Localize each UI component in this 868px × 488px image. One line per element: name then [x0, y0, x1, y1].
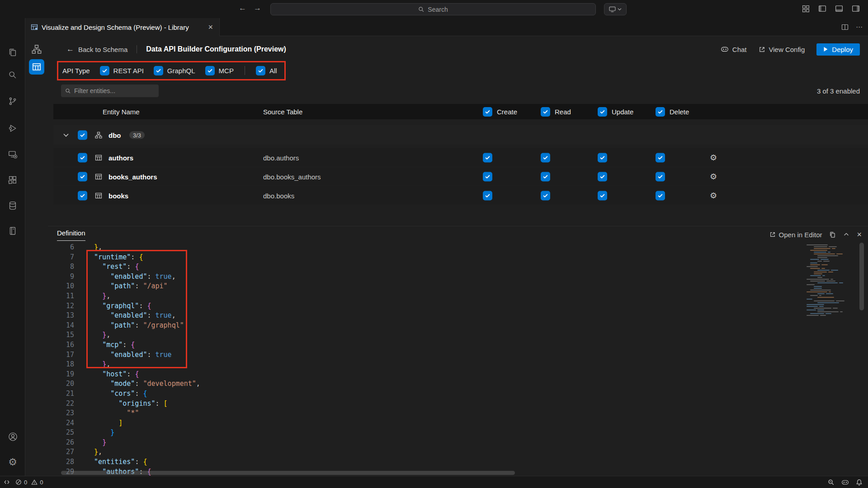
remote-indicator-icon[interactable] [4, 479, 10, 485]
crud-checkbox[interactable] [483, 191, 492, 200]
table-row[interactable]: booksdbo.books⚙ [53, 186, 868, 205]
extensions-icon[interactable] [6, 174, 19, 186]
settings-gear-icon[interactable]: ⚙ [6, 456, 19, 469]
code-line[interactable]: "enabled": true, [86, 311, 200, 321]
code-line[interactable]: } [86, 438, 200, 448]
customize-layout-icon[interactable] [801, 4, 811, 14]
nav-back-icon[interactable]: ← [239, 4, 246, 13]
close-panel-icon[interactable]: × [857, 230, 862, 239]
schema-visualizer-icon[interactable] [30, 42, 43, 56]
crud-checkbox[interactable] [656, 172, 665, 181]
code-line[interactable]: "rest": { [86, 262, 200, 272]
source-control-icon[interactable] [6, 95, 19, 108]
code-line[interactable]: "enabled": true [86, 350, 200, 360]
row-select-checkbox[interactable] [78, 153, 87, 162]
copy-icon[interactable] [829, 231, 836, 238]
api-option-mcp[interactable]: MCP [205, 66, 234, 75]
code-line[interactable]: }, [86, 330, 200, 340]
tab-close-icon[interactable]: × [207, 23, 214, 31]
copilot-status-icon[interactable] [841, 479, 849, 486]
crud-checkbox[interactable] [541, 153, 550, 162]
code-line[interactable]: "path": "/api" [86, 282, 200, 291]
toggle-sidebar-right-icon[interactable] [851, 4, 861, 14]
row-select-checkbox[interactable] [78, 172, 87, 181]
api-option-graphql[interactable]: GraphQL [154, 66, 195, 75]
crud-checkbox[interactable] [483, 172, 492, 181]
explorer-icon[interactable] [6, 47, 19, 59]
back-to-schema-link[interactable]: ← Back to Schema [66, 45, 127, 54]
code-line[interactable]: }, [86, 291, 200, 301]
vertical-scrollbar[interactable] [859, 243, 864, 310]
search-sidebar-icon[interactable] [6, 69, 19, 81]
code-line[interactable]: ] [86, 418, 200, 428]
horizontal-scrollbar[interactable] [61, 471, 515, 475]
library-icon[interactable] [6, 225, 19, 237]
code-line[interactable]: "graphql": { [86, 301, 200, 311]
chevron-expand-icon[interactable] [63, 133, 69, 137]
deploy-button[interactable]: Deploy [816, 43, 860, 56]
crud-checkbox[interactable] [541, 191, 550, 200]
code-line[interactable]: "runtime": { [86, 253, 200, 263]
search-bar[interactable]: Search [270, 3, 596, 15]
code-line[interactable]: }, [86, 243, 200, 253]
view-config-button[interactable]: View Config [759, 46, 805, 53]
code-line[interactable]: "path": "/graphql" [86, 321, 200, 331]
checkbox-all[interactable] [256, 66, 265, 75]
remote-window-button[interactable] [604, 3, 627, 15]
select-all-delete[interactable] [656, 107, 665, 117]
collapse-panel-icon[interactable] [843, 231, 849, 238]
schema-group-row[interactable]: dbo 3/3 [53, 125, 868, 145]
editor-code[interactable]: }, "runtime": { "rest": { "enabled": tru… [86, 243, 200, 477]
toggle-sidebar-left-icon[interactable] [817, 4, 827, 14]
crud-checkbox[interactable] [541, 172, 550, 181]
code-line[interactable]: "entities": { [86, 457, 200, 467]
code-line[interactable]: }, [86, 447, 200, 457]
checkbox-graphql[interactable] [154, 66, 163, 75]
open-in-editor-button[interactable]: Open in Editor [769, 231, 822, 239]
account-icon[interactable] [6, 430, 19, 443]
crud-checkbox[interactable] [598, 153, 607, 162]
code-line[interactable]: }, [86, 360, 200, 370]
problems-indicator[interactable]: 0 0 [15, 479, 43, 486]
select-all-create[interactable] [483, 107, 492, 117]
notifications-bell-icon[interactable] [856, 479, 863, 486]
tab-visualize-design-schema[interactable]: Visualize and Design Schema (Preview) - … [25, 18, 220, 36]
filter-entities-input[interactable] [74, 87, 155, 94]
crud-checkbox[interactable] [598, 191, 607, 200]
row-settings-gear-icon[interactable]: ⚙ [710, 191, 717, 201]
more-actions-icon[interactable]: ⋯ [856, 23, 863, 31]
code-line[interactable]: "mode": "development", [86, 379, 200, 389]
database-icon[interactable] [6, 199, 19, 212]
api-option-all[interactable]: All [256, 66, 277, 75]
checkbox-rest-api[interactable] [100, 66, 109, 75]
minimap[interactable] [807, 244, 856, 334]
zoom-icon[interactable] [828, 479, 835, 486]
row-settings-gear-icon[interactable]: ⚙ [710, 153, 717, 163]
code-line[interactable]: "host": { [86, 370, 200, 380]
code-line[interactable]: } [86, 428, 200, 438]
crud-checkbox[interactable] [598, 172, 607, 181]
crud-checkbox[interactable] [656, 191, 665, 200]
code-line[interactable]: "mcp": { [86, 340, 200, 350]
crud-checkbox[interactable] [483, 153, 492, 162]
code-line[interactable]: "origins": [ [86, 399, 200, 409]
definition-tab[interactable]: Definition [57, 229, 85, 241]
select-all-update[interactable] [598, 107, 607, 117]
row-select-checkbox[interactable] [78, 191, 87, 200]
table-designer-icon[interactable] [29, 59, 44, 75]
table-row[interactable]: authorsdbo.authors⚙ [53, 148, 868, 167]
nav-forward-icon[interactable]: → [254, 4, 261, 13]
code-line[interactable]: "*" [86, 408, 200, 418]
api-option-rest-api[interactable]: REST API [100, 66, 144, 75]
group-select-checkbox[interactable] [78, 130, 87, 140]
code-line[interactable]: "enabled": true, [86, 272, 200, 282]
code-line[interactable]: "cors": { [86, 389, 200, 399]
run-debug-icon[interactable] [6, 122, 19, 135]
toggle-panel-icon[interactable] [834, 4, 844, 14]
table-row[interactable]: books_authorsdbo.books_authors⚙ [53, 167, 868, 186]
split-editor-icon[interactable] [841, 23, 849, 31]
chat-button[interactable]: Chat [721, 45, 747, 53]
crud-checkbox[interactable] [656, 153, 665, 162]
row-settings-gear-icon[interactable]: ⚙ [710, 172, 717, 182]
remote-explorer-icon[interactable] [6, 148, 19, 161]
